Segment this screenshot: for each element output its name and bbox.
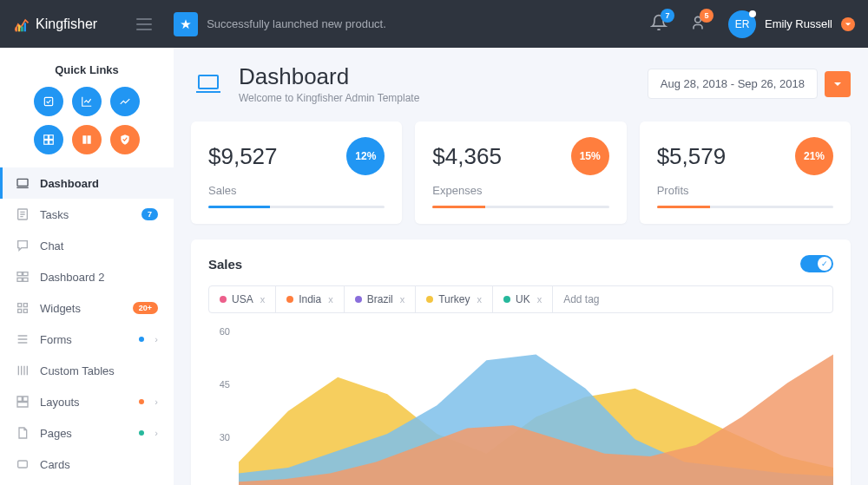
area-chart-svg [239,326,833,485]
add-tag-input[interactable]: Add tag [553,286,832,312]
stat-progress [657,206,833,208]
user-menu[interactable]: ER Emily Russell [728,10,855,38]
quick-link-chart[interactable] [72,87,102,116]
svg-rect-1 [18,24,20,31]
stat-label: Profits [657,184,833,197]
stat-percent: 12% [346,137,385,175]
y-tick: 30 [208,432,230,442]
laptop-icon [191,70,226,98]
nav-icon [16,426,30,440]
chart-toggle[interactable] [800,255,833,272]
chevron-right-icon: › [155,397,158,407]
nav-label: Custom Tables [40,364,158,377]
tag-remove-icon[interactable]: x [400,294,405,305]
sidebar-item-dashboard[interactable]: Dashboard [0,167,174,199]
announcement-bar: Successfully launched new product. [174,12,386,36]
tag-india[interactable]: Indiax [276,286,345,312]
sidebar-item-forms[interactable]: Forms› [0,324,174,355]
tag-label: India [299,293,321,305]
tag-color-dot [220,296,227,303]
page-subtitle: Welcome to Kingfisher Admin Template [239,92,419,104]
svg-rect-8 [44,141,49,145]
sidebar-item-tasks[interactable]: Tasks7 [0,199,174,230]
notifications-button[interactable]: 7 [650,14,667,35]
svg-rect-7 [49,135,54,140]
svg-rect-2 [21,26,23,31]
users-badge: 5 [700,9,713,23]
nav-label: Cards [40,458,158,471]
tag-remove-icon[interactable]: x [477,294,482,305]
sidebar-item-pages[interactable]: Pages› [0,417,174,449]
svg-rect-14 [17,278,22,281]
menu-toggle-button[interactable] [136,18,152,30]
page-header: Dashboard Welcome to Kingfisher Admin Te… [191,63,851,104]
quick-link-grid[interactable] [34,125,63,154]
quick-link-trend[interactable] [110,87,140,116]
nav-label: Tasks [40,208,131,221]
sidebar-item-layouts[interactable]: Layouts› [0,386,174,417]
quick-links-title: Quick Links [0,48,174,87]
svg-rect-6 [44,135,49,140]
svg-rect-9 [49,141,54,145]
sidebar-item-widgets[interactable]: Widgets20+ [0,292,174,324]
chart-title: Sales [208,257,242,272]
chevron-down-icon [833,80,842,88]
tag-brazil[interactable]: Brazilx [345,286,417,312]
stats-row: $9,527 12% Sales $4,365 15% Expenses $5,… [191,121,851,224]
nav-label: Layouts [40,396,128,409]
date-range-picker[interactable]: Aug 28, 2018 - Sep 26, 2018 [648,69,818,99]
brand-logo[interactable]: Kingfisher [13,16,97,33]
app-header: Kingfisher Successfully launched new pro… [0,0,868,48]
quick-link-book[interactable] [72,125,102,154]
stat-value: $4,365 [432,143,502,170]
nav-icon [16,301,30,315]
notification-badge: 7 [661,9,674,23]
chart-y-axis: 60453015 [208,326,230,485]
sales-chart-card: Sales USAxIndiaxBrazilxTurkeyxUKxAdd tag… [191,239,851,485]
avatar: ER [728,10,756,38]
sidebar-item-custom-tables[interactable]: Custom Tables [0,355,174,386]
tag-color-dot [426,296,433,303]
stat-progress [432,206,608,208]
grid-icon [43,134,55,146]
nav-label: Dashboard [40,177,158,190]
stat-label: Sales [208,184,385,197]
tag-color-dot [286,296,293,303]
quick-link-shield[interactable] [110,125,140,154]
nav-icon [16,395,30,409]
sidebar-item-dashboard-2[interactable]: Dashboard 2 [0,261,174,292]
tag-remove-icon[interactable]: x [328,294,333,305]
stat-value: $5,579 [657,143,727,170]
svg-rect-0 [16,27,18,31]
chevron-down-icon [841,17,855,31]
date-range-expand-button[interactable] [825,71,851,97]
chart-icon [81,95,93,108]
star-icon [174,12,198,36]
sidebar-nav: DashboardTasks7ChatDashboard 2Widgets20+… [0,167,174,480]
tag-usa[interactable]: USAx [209,286,276,312]
trend-icon [119,95,131,108]
sidebar-item-chat[interactable]: Chat [0,230,174,261]
nav-icon [16,332,30,346]
chart-tags: USAxIndiaxBrazilxTurkeyxUKxAdd tag [208,285,833,313]
nav-label: Widgets [40,302,122,315]
tag-uk[interactable]: UKx [493,286,553,312]
nav-icon [16,239,30,252]
y-tick: 60 [208,326,230,337]
tag-turkey[interactable]: Turkeyx [416,286,493,312]
stat-card-expenses: $4,365 15% Expenses [415,121,626,224]
chevron-right-icon: › [155,334,158,344]
chevron-right-icon: › [155,428,158,438]
tag-remove-icon[interactable]: x [537,294,542,305]
quick-link-check[interactable] [34,87,63,116]
logo-icon [13,16,30,33]
svg-rect-3 [24,23,27,31]
nav-label: Chat [40,239,158,252]
svg-rect-17 [199,75,218,88]
stat-card-profits: $5,579 21% Profits [640,121,851,224]
tag-remove-icon[interactable]: x [260,294,266,305]
quick-links [0,87,174,167]
sidebar-item-cards[interactable]: Cards [0,449,174,480]
users-button[interactable]: 5 [689,14,707,35]
stat-progress [208,206,385,208]
